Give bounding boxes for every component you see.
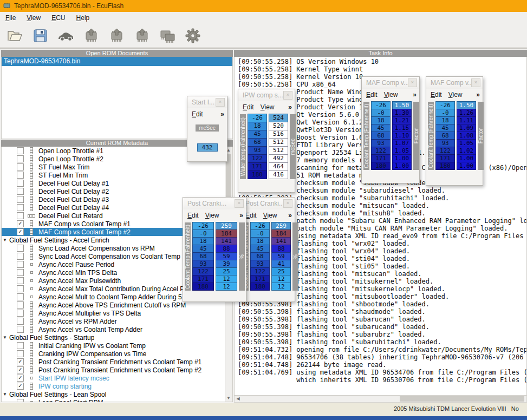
value-cell[interactable]: 1.30 <box>392 109 412 117</box>
menu-overflow-chevron-icon[interactable]: » <box>476 91 480 99</box>
axis-cell[interactable]: 180 <box>371 162 391 170</box>
menu-overflow-chevron-icon[interactable]: » <box>239 212 243 219</box>
float-window-start-ipw-latency[interactable]: Start I...×Edit»mcSec432 <box>187 96 227 162</box>
menu-edit[interactable]: Edit <box>365 90 382 100</box>
close-icon[interactable]: × <box>471 78 480 87</box>
menu-overflow-chevron-icon[interactable]: » <box>288 103 292 111</box>
axis-cell[interactable]: 122 <box>371 147 391 155</box>
axis-cell[interactable]: 68 <box>435 132 455 140</box>
tree-item[interactable]: Async Accel Multiplier vs TPS Delta <box>2 309 232 317</box>
checkbox[interactable] <box>17 269 24 276</box>
axis-cell[interactable]: -0 <box>371 109 391 117</box>
save-rom-button[interactable] <box>30 26 50 45</box>
axis-cell[interactable]: 93 <box>248 146 267 155</box>
value-cell[interactable]: 12 <box>271 275 291 283</box>
value-cell[interactable]: 1.07 <box>392 139 412 147</box>
value-cell[interactable]: 516 <box>269 130 288 139</box>
value-cell[interactable]: 59 <box>216 252 237 260</box>
axis-cell[interactable]: -26 <box>435 101 455 109</box>
axis-cell[interactable]: 171 <box>371 154 391 162</box>
value-cell[interactable]: 1.50 <box>392 101 412 109</box>
title-bar[interactable]: TephraMOD-96534706.bin - EcuFlash <box>0 0 527 12</box>
tree-item[interactable]: ST Fuel Max Trim <box>2 163 232 171</box>
checkbox[interactable] <box>17 285 24 292</box>
tree-item[interactable]: Async Accel vs Coolant Temp Adder <box>2 325 232 333</box>
axis-cell[interactable]: 171 <box>192 275 214 283</box>
float-window-titlebar[interactable]: IPW comp s...× <box>238 89 295 101</box>
menu-edit[interactable]: Edit <box>186 211 204 220</box>
axis-cell[interactable]: 93 <box>250 260 270 268</box>
value-cell[interactable]: 1.09 <box>457 124 476 132</box>
value-cell[interactable]: 464 <box>269 162 288 171</box>
value-cell[interactable]: 141 <box>216 237 237 245</box>
axis-cell[interactable]: 122 <box>435 147 455 155</box>
value-cell[interactable]: 1.11 <box>457 116 476 124</box>
tree-group[interactable]: ▼Global Fuel Settings - Startup <box>2 333 232 342</box>
float-window-titlebar[interactable]: Post Cranki...× <box>241 198 295 209</box>
scroll-left-button[interactable]: ◀ <box>235 396 242 402</box>
value-cell[interactable]: 1.21 <box>392 116 412 124</box>
checkbox[interactable] <box>17 212 24 219</box>
float-window-maf-comp-1[interactable]: MAF Comp v...×EditView»Coolant Temp (Fah… <box>361 76 420 183</box>
axis-cell[interactable]: 68 <box>248 138 267 147</box>
value-cell[interactable]: 259 <box>216 222 237 230</box>
axis-cell[interactable]: 93 <box>371 139 391 147</box>
close-icon[interactable]: × <box>216 98 225 107</box>
value-cell[interactable]: 520 <box>269 122 288 130</box>
vehicle-button[interactable] <box>55 26 76 45</box>
checkbox[interactable] <box>17 342 24 349</box>
value-cell[interactable]: 41 <box>271 260 291 268</box>
axis-cell[interactable]: 171 <box>435 154 455 162</box>
value-cell[interactable]: 184 <box>216 229 237 238</box>
checkbox[interactable] <box>17 261 24 268</box>
checkbox[interactable]: ✓ <box>17 383 24 390</box>
value-cell[interactable]: 524 <box>269 114 288 122</box>
expand-arrow-icon[interactable]: ▼ <box>3 238 9 242</box>
axis-cell[interactable]: -26 <box>250 222 270 230</box>
checkbox[interactable] <box>17 310 24 317</box>
scroll-thumb[interactable] <box>400 396 524 402</box>
checkbox[interactable] <box>17 163 24 170</box>
value-cell[interactable]: 1.05 <box>392 147 412 155</box>
checkbox[interactable] <box>17 172 24 179</box>
value-cell[interactable]: 141 <box>271 237 291 245</box>
checkbox[interactable] <box>17 399 24 402</box>
value-cell[interactable]: 88 <box>271 245 291 253</box>
read-from-ecu-button[interactable] <box>81 26 101 45</box>
menu-file[interactable]: File <box>0 12 21 23</box>
axis-cell[interactable]: -0 <box>435 109 455 117</box>
float-window-post-cranking-2[interactable]: Post Cranki...×EditView»Coolant Temp (Fa… <box>240 197 295 302</box>
menu-edit[interactable]: Edit <box>190 109 208 119</box>
log-horizontal-scrollbar[interactable]: ◀ <box>234 396 527 403</box>
tree-item[interactable]: ✓Post Cranking Transient Enrichment vs C… <box>2 358 232 366</box>
checkbox[interactable]: ✓ <box>17 220 24 227</box>
value-cell[interactable]: 12 <box>216 283 237 291</box>
value-cell[interactable]: 184 <box>271 229 291 238</box>
value-cell[interactable]: 1.15 <box>392 124 412 132</box>
tree-item[interactable]: Async Accel Above TPS Enrichment Cutoff … <box>2 301 232 309</box>
value-cell[interactable]: 12 <box>216 275 237 283</box>
value-cell[interactable]: 59 <box>271 252 291 260</box>
test-write-to-ecu-button[interactable] <box>132 26 152 45</box>
axis-cell[interactable]: 45 <box>248 130 267 139</box>
open-rom-button[interactable] <box>4 26 25 45</box>
menu-edit[interactable]: Edit <box>241 102 259 112</box>
tree-item[interactable]: ✓IPW comp starting <box>2 382 232 390</box>
axis-cell[interactable]: 180 <box>435 162 455 170</box>
checkbox[interactable]: ✓ <box>17 366 24 373</box>
menu-view[interactable]: View <box>204 211 224 220</box>
float-window-titlebar[interactable]: Post Cranki...× <box>183 198 246 209</box>
value-cell[interactable]: 512 <box>269 146 288 155</box>
tree-item[interactable]: ✓Start IPW latency mcsec <box>2 374 232 382</box>
checkbox[interactable] <box>17 204 24 211</box>
axis-cell[interactable]: -26 <box>192 222 214 230</box>
tree-item[interactable]: Decel Fuel Cut Delay #1 <box>2 179 232 187</box>
scalar-value-cell[interactable]: 432 <box>197 143 218 152</box>
checkbox[interactable] <box>17 188 24 195</box>
axis-cell[interactable]: 93 <box>435 139 455 147</box>
axis-cell[interactable]: 68 <box>371 132 391 140</box>
checkbox[interactable] <box>17 318 24 325</box>
checkbox[interactable] <box>17 253 24 260</box>
menu-ecu[interactable]: ECU <box>46 12 70 23</box>
close-icon[interactable]: × <box>283 91 292 100</box>
